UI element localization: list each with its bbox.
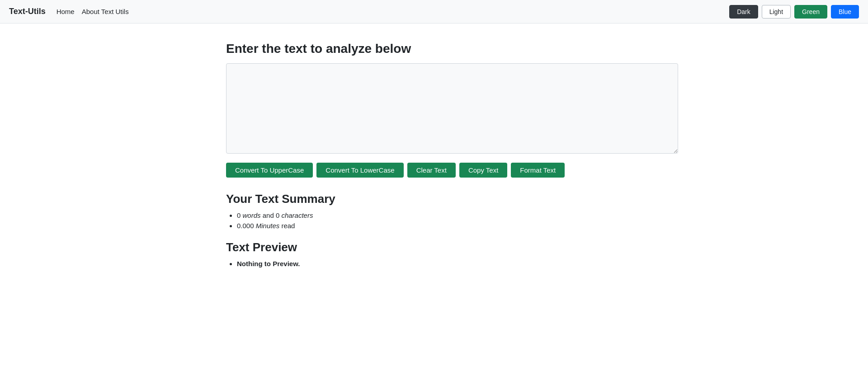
navbar-brand[interactable]: Text-Utils <box>9 7 46 16</box>
and-connector: and <box>263 211 276 219</box>
words-label: words <box>243 211 261 219</box>
format-button[interactable]: Format Text <box>511 163 565 178</box>
minutes-label: Minutes <box>256 222 280 230</box>
copy-button[interactable]: Copy Text <box>459 163 507 178</box>
nav-link-about[interactable]: About Text Utils <box>82 8 129 15</box>
summary-title: Your Text Summary <box>226 192 696 206</box>
char-count: 0 <box>276 211 279 219</box>
theme-light-button[interactable]: Light <box>762 5 791 19</box>
nav-link-home[interactable]: Home <box>57 8 75 15</box>
read-suffix: read <box>281 222 295 230</box>
theme-dark-button[interactable]: Dark <box>729 5 758 19</box>
lowercase-button[interactable]: Convert To LowerCase <box>316 163 403 178</box>
theme-blue-button[interactable]: Blue <box>831 5 859 19</box>
action-buttons: Convert To UpperCase Convert To LowerCas… <box>226 163 678 178</box>
preview-title: Text Preview <box>226 240 696 254</box>
characters-label: characters <box>281 211 313 219</box>
text-input[interactable] <box>226 63 678 154</box>
input-section-title: Enter the text to analyze below <box>226 42 696 56</box>
theme-green-button[interactable]: Green <box>794 5 827 19</box>
preview-empty-text: Nothing to Preview. <box>237 260 696 267</box>
summary-list: 0 words and 0 characters 0.000 Minutes r… <box>226 211 696 230</box>
uppercase-button[interactable]: Convert To UpperCase <box>226 163 313 178</box>
minutes-value: 0.000 <box>237 222 254 230</box>
main-content: Enter the text to analyze below Convert … <box>163 23 705 277</box>
preview-list: Nothing to Preview. <box>226 260 696 267</box>
navbar-links: Home About Text Utils <box>57 8 129 15</box>
summary-word-char: 0 words and 0 characters <box>237 211 696 219</box>
summary-reading-time: 0.000 Minutes read <box>237 222 696 230</box>
navbar-right: Dark Light Green Blue <box>729 5 859 19</box>
word-count: 0 <box>237 211 241 219</box>
clear-button[interactable]: Clear Text <box>407 163 456 178</box>
navbar-left: Text-Utils Home About Text Utils <box>9 7 129 16</box>
navbar: Text-Utils Home About Text Utils Dark Li… <box>0 0 868 23</box>
